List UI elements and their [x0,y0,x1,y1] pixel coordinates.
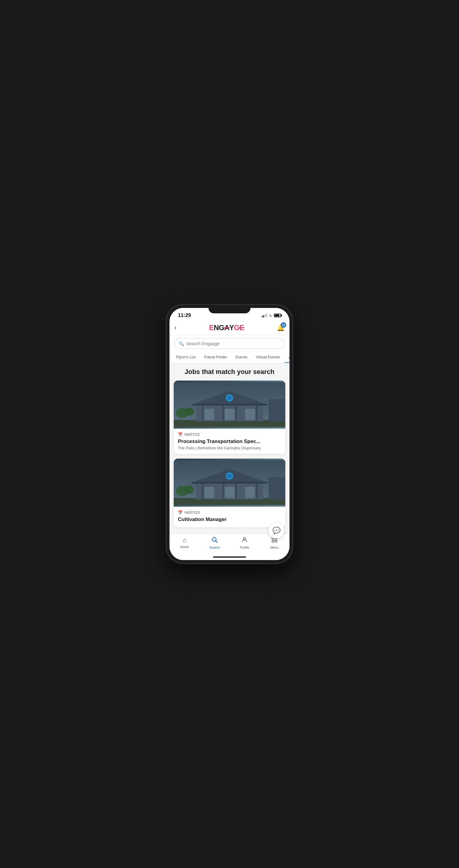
tab-flynns-list[interactable]: Flynn's List [172,352,199,363]
svg-rect-11 [223,405,224,422]
nav-search-label: Search [209,546,220,549]
logo-e2: E [239,323,244,332]
svg-rect-27 [202,483,203,499]
svg-rect-30 [256,483,258,499]
job-info-1: 📅 04/07/23 Processing Transportation Spe… [174,429,285,454]
logo-a: A [224,323,229,332]
chat-plus-icon: 💬 [272,527,281,534]
new-message-fab[interactable]: 💬 [268,523,284,538]
svg-rect-16 [268,399,285,421]
tab-friend-finder[interactable]: Friend Finder [200,352,231,363]
back-button[interactable]: ‹ [174,324,176,332]
tab-events[interactable]: Events [232,352,251,363]
tab-jobs[interactable]: Jobs [285,352,290,363]
signal-icon [262,314,267,317]
phone-screen: 11:29 ∿ ‹ E N G [169,308,290,560]
svg-rect-33 [268,477,285,499]
job-title-2: Cultivation Manager [178,517,281,523]
search-bar-container: 🔍 [169,335,290,352]
nav-menu-label: Menu [270,546,279,549]
phone-notch [208,305,251,313]
svg-rect-13 [256,405,258,422]
job-image-1 [174,380,285,429]
job-image-2 [174,459,285,507]
nav-home-label: Home [180,545,189,549]
home-indicator [169,554,290,560]
phone-device: 11:29 ∿ ‹ E N G [166,305,293,563]
nav-home[interactable]: ⌂ Home [169,536,199,549]
search-input[interactable] [186,341,280,346]
job-date-2: 📅 04/07/23 [178,510,281,515]
svg-rect-8 [225,409,235,420]
svg-point-2 [184,407,194,416]
job-info-2: 📅 04/07/23 Cultivation Manager [174,507,285,527]
svg-rect-7 [204,409,214,420]
wifi-icon: ∿ [269,313,272,318]
svg-rect-9 [245,409,255,420]
svg-rect-28 [223,483,224,499]
battery-icon [274,314,281,317]
job-card-1[interactable]: 📅 04/07/23 Processing Transportation Spe… [174,380,285,454]
logo-y: Y [229,323,234,332]
tab-virtual-events[interactable]: Virtual Events [252,352,284,363]
svg-rect-29 [235,483,237,499]
search-nav-icon [211,536,218,545]
svg-rect-40 [275,540,277,542]
job-card-2[interactable]: 📅 04/07/23 Cultivation Manager [174,459,285,527]
page-content: Jobs that match your search [169,363,290,534]
job-date-1: 📅 04/07/23 [178,432,281,437]
page-title: Jobs that match your search [174,368,285,376]
nav-profile[interactable]: Profile [230,536,260,549]
svg-line-35 [216,541,217,542]
nav-tabs: Flynn's List Friend Finder Events Virtua… [169,352,290,363]
status-time: 11:29 [178,312,191,318]
svg-rect-24 [204,487,214,498]
svg-point-36 [243,537,245,540]
home-icon: ⌂ [183,536,186,544]
search-icon: 🔍 [179,341,184,346]
logo-n: N [214,323,219,332]
svg-point-19 [184,485,194,494]
svg-rect-25 [225,487,235,498]
job-title-1: Processing Transportation Spec... [178,438,281,444]
svg-rect-39 [272,540,274,542]
svg-rect-12 [235,405,237,422]
svg-rect-10 [202,405,203,422]
status-icons: ∿ [262,313,281,318]
app-logo: E N G A Y G E [209,323,244,332]
app-content: ‹ E N G A Y G E 🔔 10 [169,320,290,560]
nav-search[interactable]: Search [199,536,230,549]
job-company-1: The Pass | Berkshires MA Cannabis Dispen… [178,446,281,450]
nav-profile-label: Profile [240,546,249,549]
profile-icon [241,536,248,545]
calendar-icon-2: 📅 [178,510,183,515]
calendar-icon-1: 📅 [178,432,183,437]
app-header: ‹ E N G A Y G E 🔔 10 [169,320,290,335]
svg-rect-26 [245,487,255,498]
logo-e1: E [209,323,214,332]
notification-button[interactable]: 🔔 10 [276,324,285,332]
notification-badge: 10 [281,322,286,328]
home-bar [213,556,246,558]
search-bar[interactable]: 🔍 [174,338,285,349]
